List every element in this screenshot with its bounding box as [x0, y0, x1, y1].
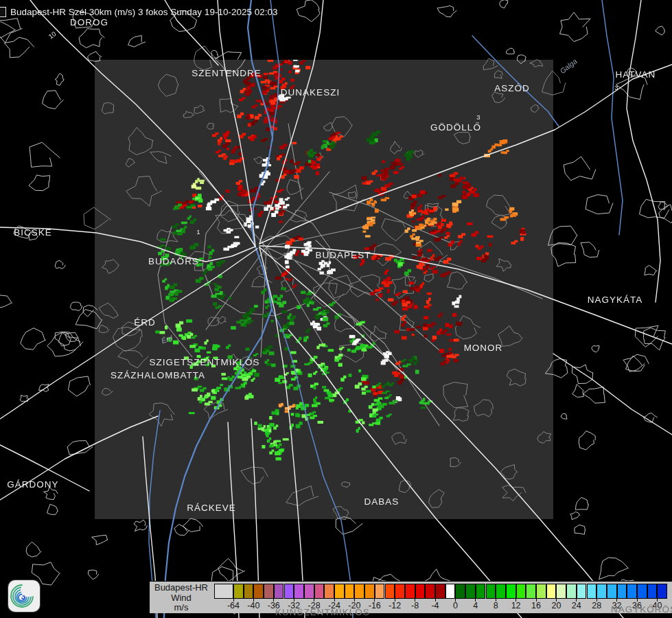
legend-tick-label: -8 [411, 601, 419, 610]
city-label: RÁCKEVE [187, 503, 236, 513]
legend-color-cell [233, 584, 244, 599]
legend-tick-label: 12 [511, 601, 521, 610]
legend-title-line3: m/s [150, 603, 213, 613]
legend-color-cell [334, 584, 345, 599]
hungaromet-logo[interactable] [8, 580, 40, 612]
legend-color-cell [476, 584, 486, 599]
legend-color-cell [445, 584, 456, 599]
legend-color-cell [566, 584, 577, 599]
legend-tick-label: 20 [551, 601, 561, 610]
legend-tick-label: 28 [592, 601, 601, 610]
legend-tick-label: -40 [247, 601, 259, 610]
legend-color-cell [526, 584, 536, 599]
city-label: GÖDÖLLŐ [430, 122, 481, 133]
legend-color-cell [577, 584, 587, 599]
city-label: HATVAN [616, 69, 656, 80]
map-title: Budapest-HR Szél 30km (m/s) 3 fokos Sund… [10, 7, 277, 17]
legend-color-cell [465, 584, 476, 599]
legend-color-cell [314, 584, 325, 599]
legend-color-cell [304, 584, 314, 599]
titlebar: Budapest-HR Szél 30km (m/s) 3 fokos Sund… [0, 5, 277, 19]
legend-color-cell [354, 584, 364, 599]
city-label: MONOR [464, 343, 503, 353]
city-label: NAGYKŐRÖS [611, 604, 672, 615]
legend-color-cell [486, 584, 496, 599]
legend-color-cell [364, 584, 375, 599]
legend-color-cell [425, 584, 435, 599]
city-label: DUNAKESZI [281, 87, 340, 98]
legend-color-cell [435, 584, 445, 599]
radar-viewer: DOROGSZENTENDREDUNAKESZIASZÓDHATVANGÖDÖL… [0, 0, 672, 618]
legend-color-cell [274, 584, 284, 599]
legend-tick-label: 4 [473, 601, 478, 610]
legend-color-cell [496, 584, 506, 599]
city-label: SZÁZHALOMBATTA [111, 370, 205, 380]
app-icon [0, 7, 6, 17]
city-label: BUDAPEST [316, 250, 371, 260]
spiral-logo-icon [10, 582, 38, 610]
legend-color-cell [264, 584, 274, 599]
legend-color-cell [455, 584, 465, 599]
legend-tick-label: 24 [572, 601, 581, 610]
legend-tick-label: 0 [453, 601, 458, 610]
city-label: BUDAÖRS [148, 256, 199, 266]
legend-color-cell [536, 584, 546, 599]
legend-tick-label: 16 [531, 601, 541, 610]
legend-color-cell [244, 584, 254, 599]
legend-color-cell [415, 584, 426, 599]
legend-title: Budapest-HR Wind m/s [150, 583, 213, 613]
legend-tick-label: -12 [389, 601, 401, 610]
legend-color-cell [587, 584, 597, 599]
legend-color-cell [596, 584, 607, 599]
legend-color-cell [637, 584, 647, 599]
legend-tick-label: 8 [494, 601, 498, 610]
legend-color-cell [324, 584, 334, 599]
city-label: NAGYKÁTA [588, 295, 643, 305]
legend-color-cell [214, 584, 233, 599]
legend-color-cell [627, 584, 637, 599]
city-label: ÉRD [134, 317, 156, 328]
legend-color-cell [647, 584, 658, 599]
city-label: BICSKE [14, 227, 52, 238]
city-label: SZIGETSZENTMIKLÓS [149, 357, 259, 367]
city-label: ASZÓD [494, 83, 530, 93]
legend-title-line1: Budapest-HR [150, 583, 213, 593]
legend-color-cell [385, 584, 395, 599]
legend-color-cell [607, 584, 617, 599]
legend-color-cell [294, 584, 304, 599]
legend-color-cell [617, 584, 627, 599]
legend-tick-label: -64 [227, 601, 240, 610]
legend-color-cell [284, 584, 294, 599]
legend-color-cell [516, 584, 526, 599]
city-label: SZENTENDRE [192, 68, 262, 78]
legend-color-cell [253, 584, 264, 599]
city-label: KUNSZENTMIKLÓS [275, 607, 370, 617]
legend-bar: Budapest-HR Wind m/s -64-40-36-32-28-24-… [150, 581, 672, 613]
legend-color-cell [506, 584, 516, 599]
legend-color-cell [345, 584, 355, 599]
legend-tick-label: -16 [369, 601, 381, 610]
legend-color-cell [657, 584, 667, 599]
legend-color-cell [405, 584, 415, 599]
road-number-label: 1 [196, 228, 200, 236]
city-label: DABAS [364, 496, 399, 507]
city-label: GÁRDONY [7, 479, 58, 490]
legend-title-line2: Wind [150, 593, 213, 604]
legend-color-cell [556, 584, 566, 599]
road-number-label: 3 [476, 113, 480, 121]
legend-color-cell [375, 584, 385, 599]
legend-color-cell [546, 584, 557, 599]
road-number-label: 3 [614, 84, 618, 91]
legend-tick-label: -4 [431, 601, 439, 610]
legend-color-cell [395, 584, 405, 599]
